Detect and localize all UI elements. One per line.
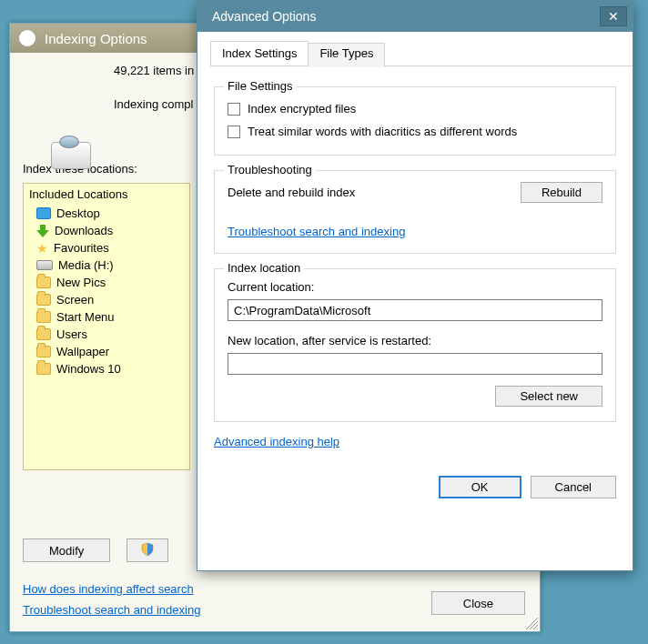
list-item-label: Desktop <box>56 206 100 220</box>
folder-icon <box>36 294 51 306</box>
list-item[interactable]: Users <box>24 326 189 343</box>
included-locations-header: Included Locations <box>24 184 189 205</box>
list-item-label: Users <box>56 327 87 341</box>
file-settings-group: File Settings Index encrypted files Trea… <box>214 86 616 156</box>
list-item[interactable]: ★Favourites <box>24 239 189 257</box>
file-settings-legend: File Settings <box>224 79 297 93</box>
index-location-group: Index location Current location: New loc… <box>214 268 616 422</box>
list-item[interactable]: New Pics <box>24 274 189 291</box>
advanced-title: Advanced Options <box>212 9 316 24</box>
select-new-button[interactable]: Select new <box>495 386 602 407</box>
list-item[interactable]: Windows 10 <box>24 360 189 377</box>
index-encrypted-checkbox[interactable] <box>228 103 240 116</box>
list-item[interactable]: Screen <box>24 291 189 308</box>
list-item[interactable]: Start Menu <box>24 308 189 326</box>
list-item-label: Start Menu <box>56 310 115 324</box>
list-item-label: Downloads <box>55 224 113 237</box>
advanced-button[interactable] <box>127 538 168 562</box>
download-icon <box>36 225 49 237</box>
index-encrypted-label: Index encrypted files <box>248 102 356 116</box>
troubleshoot-link-bg[interactable]: Troubleshoot search and indexing <box>23 603 200 617</box>
close-button[interactable]: Close <box>431 591 525 615</box>
list-item-label: New Pics <box>56 276 106 289</box>
list-item-label: Windows 10 <box>56 362 121 376</box>
included-locations-listbox[interactable]: Included Locations DesktopDownloads★Favo… <box>23 183 190 470</box>
indexing-options-icon <box>19 30 35 46</box>
list-item[interactable]: Downloads <box>24 222 189 239</box>
list-item[interactable]: Wallpaper <box>24 343 189 360</box>
how-indexing-affects-link[interactable]: How does indexing affect search <box>23 582 200 596</box>
advanced-titlebar[interactable]: Advanced Options ✕ <box>197 1 633 32</box>
diacritics-checkbox[interactable] <box>228 126 240 138</box>
ok-button[interactable]: OK <box>439 476 521 498</box>
list-item-label: Wallpaper <box>56 345 109 358</box>
advanced-options-dialog: Advanced Options ✕ Index Settings File T… <box>197 0 633 571</box>
list-item-label: Media (H:) <box>58 258 114 272</box>
current-location-label: Current location: <box>228 280 602 294</box>
delete-rebuild-label: Delete and rebuild index <box>228 186 355 199</box>
drive-icon <box>36 260 53 270</box>
list-item[interactable]: Desktop <box>24 205 189 222</box>
folder-icon <box>36 363 51 375</box>
folder-icon <box>36 346 51 357</box>
new-location-label: New location, after service is restarted… <box>228 334 602 347</box>
new-location-field[interactable] <box>228 353 602 375</box>
advanced-indexing-help-link[interactable]: Advanced indexing help <box>214 435 339 448</box>
rebuild-button[interactable]: Rebuild <box>521 182 602 203</box>
modify-button[interactable]: Modify <box>23 538 110 562</box>
tab-index-settings[interactable]: Index Settings <box>210 41 309 65</box>
cancel-button[interactable]: Cancel <box>531 476 616 498</box>
drive-icon <box>51 142 91 169</box>
tab-strip: Index Settings File Types <box>210 41 633 66</box>
folder-icon <box>36 328 51 340</box>
list-item[interactable]: Media (H:) <box>24 257 189 274</box>
resize-grip[interactable] <box>525 617 538 629</box>
troubleshooting-legend: Troubleshooting <box>224 163 316 176</box>
troubleshoot-link[interactable]: Troubleshoot search and indexing <box>228 225 405 238</box>
close-icon[interactable]: ✕ <box>600 6 627 26</box>
troubleshooting-group: Troubleshooting Delete and rebuild index… <box>214 170 616 254</box>
star-icon: ★ <box>36 242 48 255</box>
folder-icon <box>36 311 51 323</box>
index-location-legend: Index location <box>224 261 304 275</box>
diacritics-label: Treat similar words with diacritics as d… <box>248 125 517 138</box>
tab-file-types[interactable]: File Types <box>308 43 385 67</box>
list-item-label: Screen <box>56 293 94 307</box>
folder-icon <box>36 277 51 288</box>
indexing-title: Indexing Options <box>45 31 147 46</box>
current-location-field[interactable] <box>228 299 602 321</box>
shield-icon <box>140 542 155 557</box>
list-item-label: Favourites <box>54 241 109 255</box>
desktop-icon <box>36 207 51 219</box>
